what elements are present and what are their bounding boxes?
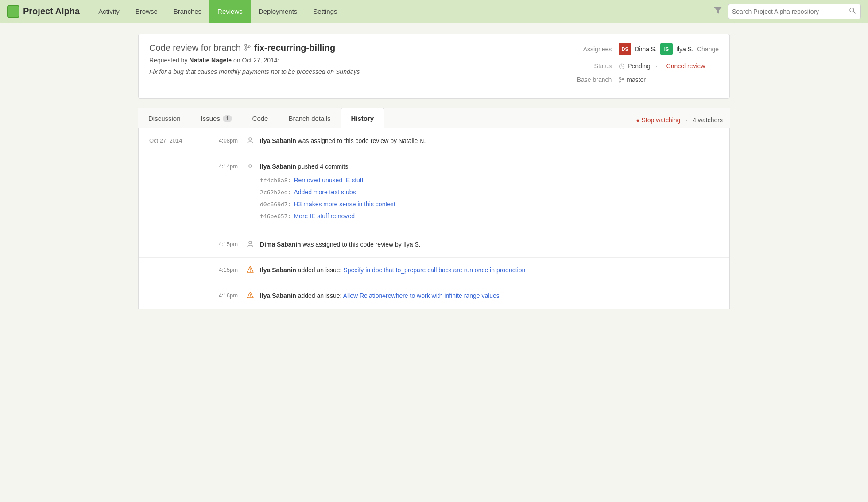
event-3-date	[149, 240, 202, 241]
svg-point-4	[245, 49, 247, 50]
event-5-icon	[245, 291, 256, 300]
meta-row-assignees: Assignees DS Dima S. IS Ilya S. Change	[563, 43, 719, 55]
svg-line-2	[853, 12, 855, 13]
event-2-actor: Ilya Sabanin	[260, 163, 296, 170]
history-event-5: 4:16pm Ilya Sabanin added an issue: Allo…	[139, 283, 729, 309]
review-meta: Requested by Natalie Nagele on Oct 27, 2…	[149, 57, 545, 64]
review-header-left: Code review for branch fix-recurring-bil…	[149, 43, 545, 89]
base-branch-name: master	[627, 76, 646, 83]
search-box	[728, 4, 861, 19]
commit-2-hash: 2c62b2ed:	[260, 188, 291, 197]
search-submit-button[interactable]	[848, 6, 857, 17]
commit-3: d0c669d7: H3 makes more sense in this co…	[260, 200, 719, 209]
svg-point-7	[619, 77, 620, 78]
status-icon: ◷	[619, 62, 625, 70]
stop-watching-icon: ●	[636, 117, 640, 124]
nav-browse[interactable]: Browse	[128, 0, 166, 23]
nav-settings[interactable]: Settings	[305, 0, 345, 23]
nav-deployments[interactable]: Deployments	[251, 0, 306, 23]
brand-icon	[7, 5, 19, 18]
brand-link[interactable]: Project Alpha	[7, 5, 80, 18]
base-branch-value: master	[619, 76, 646, 83]
commit-list: ff4cb8a8: Removed unused IE stuff 2c62b2…	[260, 176, 719, 221]
commit-3-link[interactable]: H3 makes more sense in this context	[294, 200, 395, 209]
tabs-right: ● Stop watching · 4 watchers	[629, 116, 730, 128]
event-4-actor: Ilya Sabanin	[260, 266, 296, 274]
event-4-time: 4:15pm	[202, 266, 238, 273]
tab-issues[interactable]: Issues 1	[191, 108, 242, 128]
commit-4-hash: f46be657:	[260, 212, 291, 221]
nav-branches[interactable]: Branches	[166, 0, 209, 23]
event-2-date	[149, 162, 202, 163]
event-1-actor: Ilya Sabanin	[260, 137, 296, 144]
status-pending: ◷ Pending	[619, 62, 650, 70]
event-2-time: 4:14pm	[202, 162, 238, 170]
commit-1-hash: ff4cb8a8:	[260, 176, 291, 185]
main-container: Code review for branch fix-recurring-bil…	[124, 23, 744, 320]
event-5-date	[149, 291, 202, 292]
svg-point-12	[249, 165, 252, 167]
event-1-date: Oct 27, 2014	[149, 136, 202, 144]
history-content: Oct 27, 2014 4:08pm Ilya Sabanin was ass…	[138, 128, 730, 309]
stop-watching-button[interactable]: ● Stop watching	[636, 116, 681, 124]
avatar-dima: DS	[619, 43, 631, 55]
event-2-icon	[245, 162, 256, 171]
change-assignees-link[interactable]: Change	[697, 46, 719, 53]
search-input[interactable]	[732, 8, 848, 15]
event-5-time: 4:16pm	[202, 291, 238, 299]
event-4-icon	[245, 266, 256, 274]
event-5-actor: Ilya Sabanin	[260, 292, 296, 299]
event-3-icon	[245, 240, 256, 249]
tab-code[interactable]: Code	[242, 108, 279, 128]
tab-branch-details[interactable]: Branch details	[278, 108, 341, 128]
tab-discussion[interactable]: Discussion	[138, 108, 191, 128]
tabs-and-content: Discussion Issues 1 Code Branch details …	[138, 108, 730, 309]
history-event-3: 4:15pm Dima Sabanin was assigned to this…	[139, 232, 729, 258]
meta-row-base-branch: Base branch master	[563, 76, 719, 83]
review-description: Fix for a bug that causes monthly paymen…	[149, 68, 545, 75]
nav-activity[interactable]: Activity	[90, 0, 128, 23]
commit-4: f46be657: More IE stuff removed	[260, 212, 719, 221]
dot-separator: ·	[656, 62, 658, 70]
cancel-review-link[interactable]: Cancel review	[666, 62, 705, 70]
brand-name: Project Alpha	[23, 6, 80, 16]
commit-2-link[interactable]: Added more text stubs	[294, 188, 356, 197]
review-header-right: Assignees DS Dima S. IS Ilya S. Change S…	[563, 43, 719, 89]
request-date: Oct 27, 2014	[242, 57, 277, 64]
status-label: Status	[563, 62, 612, 70]
tab-history[interactable]: History	[341, 108, 384, 128]
tabs-bar: Discussion Issues 1 Code Branch details …	[138, 108, 730, 128]
base-branch: master	[619, 76, 646, 83]
status-value: ◷ Pending · Cancel review	[619, 62, 705, 70]
event-3-body: Dima Sabanin was assigned to this code r…	[260, 240, 719, 249]
branch-prefix: Code review for branch	[149, 43, 241, 53]
event-4-body: Ilya Sabanin added an issue: Specify in …	[260, 266, 719, 275]
review-header: Code review for branch fix-recurring-bil…	[138, 34, 730, 99]
svg-point-8	[619, 81, 620, 82]
stop-watching-label: Stop watching	[641, 116, 680, 124]
history-event-2: 4:14pm Ilya Sabanin pushed 4 commits: ff…	[139, 154, 729, 232]
filter-icon-button[interactable]	[711, 4, 725, 18]
navbar-right	[711, 4, 861, 19]
event-5-issue-link[interactable]: Allow Relation#rewhere to work with infi…	[343, 292, 500, 299]
assignee1-name: Dima S.	[635, 46, 657, 53]
event-3-time: 4:15pm	[202, 240, 238, 247]
nav-links: Activity Browse Branches Reviews Deploym…	[90, 0, 711, 23]
branch-icon	[244, 44, 251, 53]
assignees-value: DS Dima S. IS Ilya S. Change	[619, 43, 719, 55]
svg-point-11	[249, 138, 252, 140]
commit-1-link[interactable]: Removed unused IE stuff	[294, 176, 363, 185]
history-event-1: Oct 27, 2014 4:08pm Ilya Sabanin was ass…	[139, 128, 729, 154]
event-1-time: 4:08pm	[202, 136, 238, 144]
commit-4-link[interactable]: More IE stuff removed	[294, 212, 354, 221]
nav-reviews[interactable]: Reviews	[209, 0, 251, 23]
commit-1: ff4cb8a8: Removed unused IE stuff	[260, 176, 719, 185]
svg-point-18	[250, 271, 251, 272]
watching-dot-separator: ·	[686, 116, 687, 124]
svg-marker-0	[714, 7, 721, 13]
status-text: Pending	[628, 62, 650, 70]
avatar-ilya: IS	[660, 43, 673, 55]
commit-2: 2c62b2ed: Added more text stubs	[260, 188, 719, 197]
base-branch-label: Base branch	[563, 76, 612, 83]
event-4-issue-link[interactable]: Specify in doc that to_prepare call back…	[343, 266, 525, 274]
